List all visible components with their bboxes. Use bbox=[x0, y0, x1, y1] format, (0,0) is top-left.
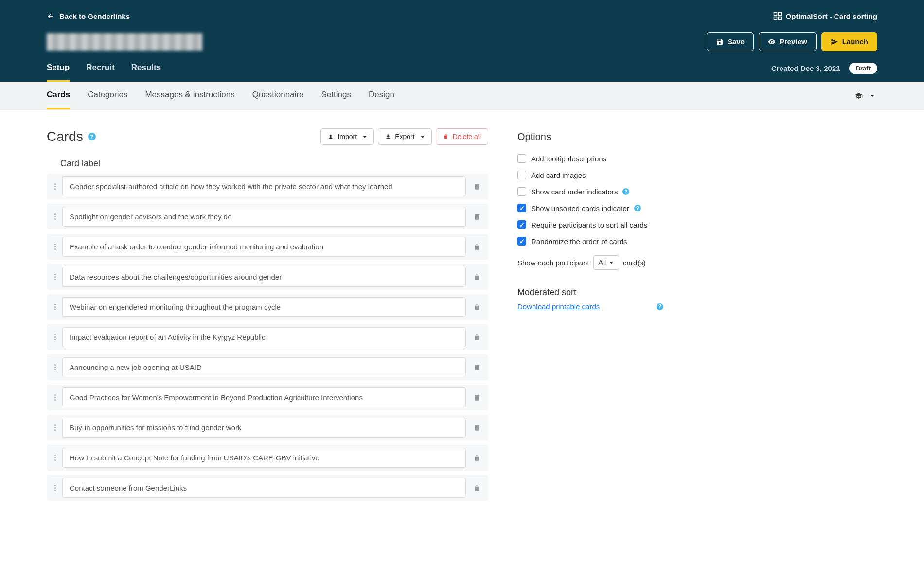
card-row: Data resources about the challenges/oppo… bbox=[47, 264, 488, 290]
subtab-design[interactable]: Design bbox=[369, 82, 394, 109]
import-button[interactable]: Import bbox=[320, 128, 374, 145]
card-label-input[interactable]: Impact evaluation report of an Activity … bbox=[62, 327, 466, 347]
card-label-input[interactable]: Buy-in opportunities for missions to fun… bbox=[62, 418, 466, 438]
trash-icon bbox=[473, 303, 480, 311]
drag-handle-icon[interactable] bbox=[52, 180, 58, 193]
study-title-redacted bbox=[47, 33, 202, 51]
delete-card-button[interactable] bbox=[470, 240, 483, 254]
option-checkbox[interactable] bbox=[517, 220, 526, 229]
delete-card-button[interactable] bbox=[470, 481, 483, 495]
brand-icon bbox=[773, 12, 782, 20]
trash-icon bbox=[473, 213, 480, 221]
delete-card-button[interactable] bbox=[470, 180, 483, 193]
tab-recruit[interactable]: Recruit bbox=[86, 63, 115, 82]
upload-icon bbox=[328, 134, 334, 140]
save-button[interactable]: Save bbox=[707, 32, 754, 51]
card-label-input[interactable]: Spotlight on gender advisors and the wor… bbox=[62, 207, 466, 227]
svg-rect-2 bbox=[774, 17, 777, 20]
trash-icon bbox=[473, 364, 480, 371]
card-label-input[interactable]: How to submit a Concept Note for funding… bbox=[62, 448, 466, 468]
option-label: Add card images bbox=[531, 171, 586, 179]
card-row: Example of a task order to conduct gende… bbox=[47, 234, 488, 260]
delete-card-button[interactable] bbox=[470, 451, 483, 465]
card-row: How to submit a Concept Note for funding… bbox=[47, 445, 488, 471]
chevron-down-icon bbox=[868, 92, 877, 100]
subtab-cards[interactable]: Cards bbox=[47, 82, 70, 109]
card-label-input[interactable]: Announcing a new job opening at USAID bbox=[62, 357, 466, 377]
card-row: Webinar on engendered monitoring through… bbox=[47, 294, 488, 320]
card-label-header: Card label bbox=[60, 158, 488, 169]
option-checkbox[interactable] bbox=[517, 187, 526, 196]
card-label-input[interactable]: Data resources about the challenges/oppo… bbox=[62, 267, 466, 287]
created-date: Created Dec 3, 2021 bbox=[771, 64, 840, 72]
option-row: Randomize the order of cards bbox=[517, 237, 663, 246]
delete-card-button[interactable] bbox=[470, 331, 483, 344]
subtab-settings[interactable]: Settings bbox=[321, 82, 351, 109]
launch-button[interactable]: Launch bbox=[821, 32, 877, 51]
trash-icon bbox=[473, 273, 480, 281]
card-row: Gender specialist-authored article on ho… bbox=[47, 174, 488, 199]
graduation-cap-icon bbox=[854, 92, 864, 100]
help-dropdown[interactable] bbox=[854, 92, 877, 100]
delete-card-button[interactable] bbox=[470, 210, 483, 224]
drag-handle-icon[interactable] bbox=[52, 301, 58, 313]
card-row: Announcing a new job opening at USAID bbox=[47, 354, 488, 380]
card-label-input[interactable]: Contact someone from GenderLinks bbox=[62, 478, 466, 498]
back-label: Back to Genderlinks bbox=[59, 12, 130, 20]
export-button[interactable]: Export bbox=[378, 128, 431, 145]
tab-results[interactable]: Results bbox=[131, 63, 161, 82]
download-printable-link[interactable]: Download printable cards bbox=[517, 302, 600, 311]
save-icon bbox=[716, 38, 724, 46]
card-row: Impact evaluation report of an Activity … bbox=[47, 324, 488, 350]
card-label-input[interactable]: Good Practices for Women's Empowerment i… bbox=[62, 387, 466, 407]
drag-handle-icon[interactable] bbox=[52, 391, 58, 404]
paper-plane-icon bbox=[831, 38, 838, 46]
help-icon[interactable]: ? bbox=[634, 205, 641, 211]
card-label-input[interactable]: Gender specialist-authored article on ho… bbox=[62, 176, 466, 196]
caret-down-icon bbox=[363, 136, 367, 138]
option-row: Add tooltip descriptions bbox=[517, 154, 663, 163]
option-checkbox[interactable] bbox=[517, 154, 526, 163]
subtab-messages-instructions[interactable]: Messages & instructions bbox=[145, 82, 234, 109]
drag-handle-icon[interactable] bbox=[52, 361, 58, 373]
card-row: Spotlight on gender advisors and the wor… bbox=[47, 204, 488, 229]
card-label-input[interactable]: Webinar on engendered monitoring through… bbox=[62, 297, 466, 317]
delete-card-button[interactable] bbox=[470, 421, 483, 435]
help-icon[interactable]: ? bbox=[88, 133, 96, 140]
drag-handle-icon[interactable] bbox=[52, 241, 58, 253]
card-label-input[interactable]: Example of a task order to conduct gende… bbox=[62, 237, 466, 257]
drag-handle-icon[interactable] bbox=[52, 452, 58, 464]
trash-icon bbox=[473, 454, 480, 462]
drag-handle-icon[interactable] bbox=[52, 271, 58, 283]
preview-button[interactable]: Preview bbox=[759, 32, 817, 51]
option-checkbox[interactable] bbox=[517, 204, 526, 212]
card-row: Good Practices for Women's Empowerment i… bbox=[47, 385, 488, 410]
drag-handle-icon[interactable] bbox=[52, 482, 58, 494]
subtab-questionnaire[interactable]: Questionnaire bbox=[252, 82, 304, 109]
drag-handle-icon[interactable] bbox=[52, 331, 58, 343]
svg-rect-3 bbox=[778, 17, 781, 20]
help-icon[interactable]: ? bbox=[657, 303, 663, 310]
arrow-left-icon bbox=[47, 12, 54, 20]
option-checkbox[interactable] bbox=[517, 237, 526, 246]
trash-icon bbox=[443, 134, 449, 140]
delete-card-button[interactable] bbox=[470, 300, 483, 314]
trash-icon bbox=[473, 394, 480, 402]
drag-handle-icon[interactable] bbox=[52, 422, 58, 434]
status-badge: Draft bbox=[849, 63, 877, 74]
caret-down-icon bbox=[421, 136, 425, 138]
help-icon[interactable]: ? bbox=[622, 188, 629, 195]
tab-setup[interactable]: Setup bbox=[47, 63, 70, 82]
trash-icon bbox=[473, 334, 480, 341]
option-checkbox[interactable] bbox=[517, 171, 526, 179]
drag-handle-icon[interactable] bbox=[52, 211, 58, 223]
caret-down-icon: ▼ bbox=[609, 260, 614, 265]
delete-all-button[interactable]: Delete all bbox=[436, 128, 488, 145]
delete-card-button[interactable] bbox=[470, 361, 483, 374]
option-label: Add tooltip descriptions bbox=[531, 155, 606, 163]
delete-card-button[interactable] bbox=[470, 270, 483, 284]
back-link[interactable]: Back to Genderlinks bbox=[47, 12, 130, 20]
delete-card-button[interactable] bbox=[470, 391, 483, 404]
subtab-categories[interactable]: Categories bbox=[88, 82, 127, 109]
cards-count-select[interactable]: All ▼ bbox=[593, 255, 619, 270]
